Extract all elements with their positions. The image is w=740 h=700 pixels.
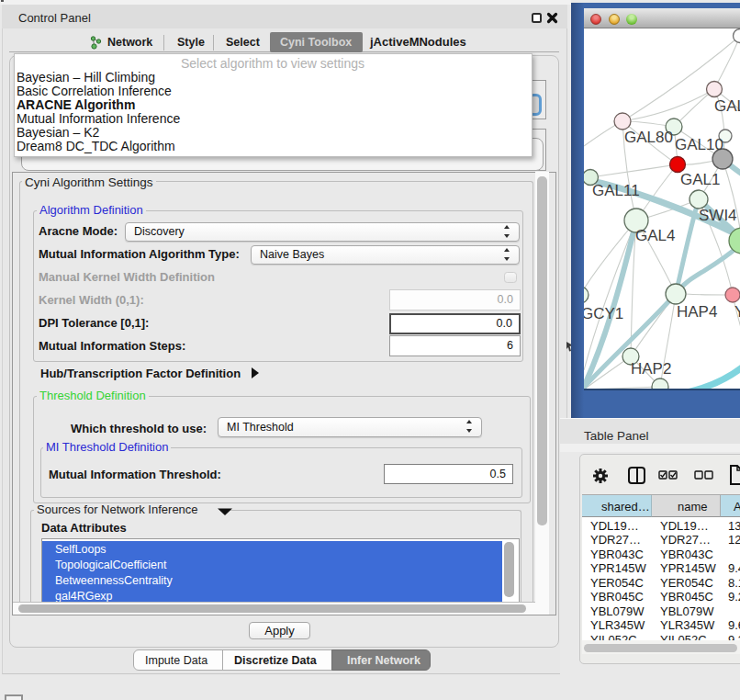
svg-text:GAL1: GAL1	[680, 171, 720, 188]
svg-text:GAL4: GAL4	[635, 227, 675, 244]
svg-text:GAL2: GAL2	[714, 97, 740, 115]
svg-text:GAL11: GAL11	[592, 182, 640, 199]
svg-text:Y: Y	[734, 303, 740, 321]
svg-text:SWI4: SWI4	[699, 207, 737, 224]
svg-text:GAL10: GAL10	[675, 136, 723, 153]
svg-text:GAL80: GAL80	[624, 129, 673, 146]
svg-text:GCY1: GCY1	[584, 305, 623, 322]
svg-text:HAP4: HAP4	[677, 303, 717, 321]
svg-text:HAP2: HAP2	[631, 360, 671, 378]
